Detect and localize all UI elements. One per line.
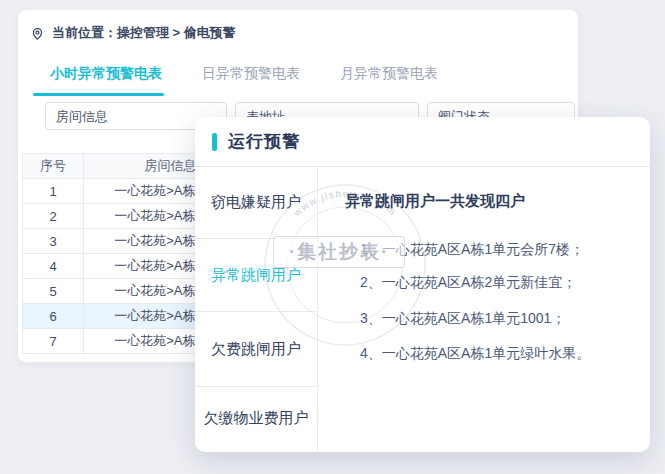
list-item: 2、一心花苑A区A栋2单元新佳宜； xyxy=(345,272,650,292)
list-item: 1、一心花苑A区A栋1单元会所7楼； xyxy=(345,239,650,259)
list-item: 3、一心花苑A区A栋1单元1001； xyxy=(345,308,650,328)
tab-day-alert-meters[interactable]: 日异常预警电表 xyxy=(202,57,300,96)
cell-no: 1 xyxy=(23,179,84,204)
menu-item-arrears-trip-users[interactable]: 欠费跳闸用户 xyxy=(195,312,317,387)
cell-no: 5 xyxy=(23,279,84,304)
tab-hour-alert-meters[interactable]: 小时异常预警电表 xyxy=(50,57,162,96)
title-accent-bar xyxy=(212,133,217,151)
location-pin-icon xyxy=(30,26,45,41)
breadcrumb-label: 当前位置：操控管理 > 偷电预警 xyxy=(52,24,236,42)
modal-content: 异常跳闸用户一共发现四户 1、一心花苑A区A栋1单元会所7楼； 2、一心花苑A区… xyxy=(318,167,650,451)
cell-no: 2 xyxy=(23,204,84,229)
list-item: 4、一心花苑A区A栋1单元绿叶水果。 xyxy=(345,343,650,363)
content-heading: 异常跳闸用户一共发现四户 xyxy=(345,191,650,211)
cell-no: 6 xyxy=(23,304,84,329)
cell-no: 4 xyxy=(23,254,84,279)
tab-month-alert-meters[interactable]: 月异常预警电表 xyxy=(340,57,438,96)
cell-no: 7 xyxy=(23,329,84,354)
modal-menu: 窃电嫌疑用户 异常跳闸用户 欠费跳闸用户 欠缴物业费用户 xyxy=(195,167,318,451)
menu-item-abnormal-trip-users[interactable]: 异常跳闸用户 xyxy=(195,239,317,312)
running-alert-modal: 运行预警 窃电嫌疑用户 异常跳闸用户 欠费跳闸用户 欠缴物业费用户 异常跳闸用户… xyxy=(195,117,650,452)
modal-title-bar: 运行预警 xyxy=(195,117,650,167)
column-header-no: 序号 xyxy=(23,154,84,179)
breadcrumb: 当前位置：操控管理 > 偷电预警 xyxy=(30,24,236,42)
modal-body: 窃电嫌疑用户 异常跳闸用户 欠费跳闸用户 欠缴物业费用户 异常跳闸用户一共发现四… xyxy=(195,167,650,451)
modal-title: 运行预警 xyxy=(228,130,300,153)
menu-item-theft-suspect-users[interactable]: 窃电嫌疑用户 xyxy=(195,167,317,239)
cell-no: 3 xyxy=(23,229,84,254)
tab-bar: 小时异常预警电表 日异常预警电表 月异常预警电表 xyxy=(50,57,466,96)
menu-item-unpaid-property-fee-users[interactable]: 欠缴物业费用户 xyxy=(195,387,317,450)
